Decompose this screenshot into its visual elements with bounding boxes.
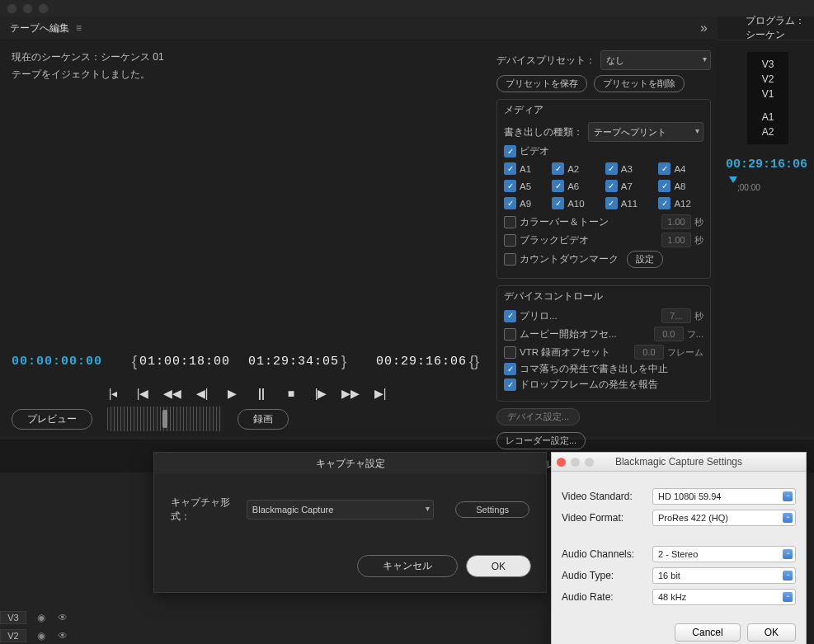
program-ruler[interactable]: ;00:00 xyxy=(726,176,806,196)
black-video-value[interactable]: 1.00 xyxy=(661,233,691,247)
program-track-a1[interactable]: A1 xyxy=(747,110,788,125)
capture-dialog-title: キャプチャ設定 xyxy=(154,453,546,472)
report-dropframes-label: ドロップフレームの発生を報告 xyxy=(520,378,658,391)
in-timecode[interactable]: 01:00:18:00 xyxy=(139,355,230,369)
report-dropframes-checkbox[interactable] xyxy=(504,378,516,391)
record-button[interactable]: 録画 xyxy=(238,409,289,430)
abort-dropframes-label: コマ落ちの発生で書き出しを中止 xyxy=(520,363,668,375)
program-track-v2[interactable]: V2 xyxy=(747,72,788,87)
fast-forward-icon[interactable]: ▶▶ xyxy=(343,387,358,400)
audio-a5-label: A5 xyxy=(520,181,531,191)
program-timecode[interactable]: 00:29:16:06 xyxy=(718,153,814,173)
duration-timecode[interactable]: 00:29:16:06 xyxy=(376,355,467,369)
blackmagic-body: Video Standard:HD 1080i 59.94Video Forma… xyxy=(552,472,806,472)
audio-a5-checkbox[interactable] xyxy=(504,180,516,192)
out-timecode[interactable]: 01:29:34:05 xyxy=(248,355,339,369)
step-back-icon[interactable]: ◀| xyxy=(195,387,209,400)
device-settings-button: デバイス設定... xyxy=(496,408,580,425)
eject-message: テープをイジェクトしました。 xyxy=(12,68,482,82)
device-preset-select[interactable]: なし xyxy=(600,50,711,70)
settings-column: デバイスプリセット： なし プリセットを保存 プリセットを削除 メディア 書き出… xyxy=(493,40,718,436)
edit-to-tape-panel: テープへ編集 ≡ » 現在のシーケンス：シーケンス 01 テープをイジェクトしま… xyxy=(0,16,718,436)
go-to-end-icon[interactable]: ▶| xyxy=(373,387,388,400)
audio-a10-label: A10 xyxy=(567,199,584,209)
preroll-value[interactable]: 7... xyxy=(661,308,691,323)
play-icon[interactable]: ▶ xyxy=(224,387,239,400)
bars-tone-checkbox[interactable] xyxy=(504,216,516,228)
pause-icon[interactable]: || xyxy=(254,387,269,400)
duration-bracket-icon: {} xyxy=(469,353,479,370)
panel-menu-icon[interactable]: ≡ xyxy=(76,22,82,34)
audio-a2-checkbox[interactable] xyxy=(552,162,564,175)
panel-title: テープへ編集 xyxy=(10,21,69,35)
jog-shuttle[interactable] xyxy=(107,407,223,431)
audio-a8-label: A8 xyxy=(674,181,685,191)
zoom-dot[interactable] xyxy=(38,3,49,14)
video-checkbox[interactable] xyxy=(504,145,516,157)
rewind-icon[interactable]: ◀◀ xyxy=(165,387,180,400)
audio-a4-checkbox[interactable] xyxy=(658,162,670,175)
assemble-type-select[interactable]: テープへプリント xyxy=(588,122,703,142)
capture-settings-dialog: キャプチャ設定 キャプチャ形式： Blackmagic Capture Sett… xyxy=(153,452,547,472)
audio-a9-label: A9 xyxy=(520,199,531,209)
abort-dropframes-checkbox[interactable] xyxy=(504,363,516,375)
monitor-area: 現在のシーケンス：シーケンス 01 テープをイジェクトしました。 00:00:0… xyxy=(0,40,493,436)
playhead-icon[interactable] xyxy=(729,176,737,183)
audio-a12-checkbox[interactable] xyxy=(658,197,670,209)
countdown-label: カウントダウンマーク xyxy=(520,253,619,266)
timecode-row: 00:00:00:00 { 01:00:18:00 01:29:34:05 } … xyxy=(0,353,493,370)
device-control-group: デバイスコントロール プリロ... 7... 秒 ムービー開始オフセ... 0.… xyxy=(496,285,711,402)
black-video-checkbox[interactable] xyxy=(504,234,516,247)
vtr-offset-value[interactable]: 0.0 xyxy=(634,345,664,360)
blackmagic-dialog: Blackmagic Capture Settings Video Standa… xyxy=(551,452,807,472)
black-video-label: ブラックビデオ xyxy=(520,234,589,247)
vtr-offset-checkbox[interactable] xyxy=(504,346,516,359)
ruler-start-label: ;00:00 xyxy=(737,183,760,192)
audio-a8-checkbox[interactable] xyxy=(658,180,670,192)
media-group: メディア 書き出しの種類： テープへプリント ビデオ A1A2A3A4A5A6A… xyxy=(496,99,711,279)
audio-a1-label: A1 xyxy=(520,164,531,174)
preroll-checkbox[interactable] xyxy=(504,310,516,322)
audio-a3-label: A3 xyxy=(621,164,633,174)
audio-a11-checkbox[interactable] xyxy=(605,197,618,209)
audio-a3-checkbox[interactable] xyxy=(605,162,618,175)
recorder-settings-button[interactable]: レコーダー設定... xyxy=(496,432,586,449)
close-dot[interactable] xyxy=(7,3,17,14)
audio-a9-checkbox[interactable] xyxy=(504,197,516,209)
minimize-dot[interactable] xyxy=(22,3,33,14)
expand-panels-icon[interactable]: » xyxy=(700,21,708,35)
movie-offset-checkbox[interactable] xyxy=(504,328,516,341)
step-forward-icon[interactable]: |▶ xyxy=(313,387,328,400)
movie-offset-value[interactable]: 0.0 xyxy=(654,327,684,341)
movie-offset-label: ムービー開始オフセ... xyxy=(520,328,617,341)
audio-a7-checkbox[interactable] xyxy=(605,180,618,192)
out-bracket-icon: } xyxy=(341,353,346,370)
media-group-label: メディア xyxy=(504,103,703,117)
stop-icon[interactable]: ■ xyxy=(284,387,299,400)
audio-a6-checkbox[interactable] xyxy=(552,180,564,192)
current-timecode[interactable]: 00:00:00:00 xyxy=(12,355,102,369)
bars-tone-value[interactable]: 1.00 xyxy=(661,214,691,229)
delete-preset-button[interactable]: プリセットを削除 xyxy=(594,75,685,92)
preview-button[interactable]: プレビュー xyxy=(12,409,92,430)
countdown-settings-button[interactable]: 設定 xyxy=(627,251,663,268)
audio-a10-checkbox[interactable] xyxy=(552,197,564,209)
countdown-checkbox[interactable] xyxy=(504,253,516,266)
transport-controls: |◂ |◀ ◀◀ ◀| ▶ || ■ |▶ ▶▶ ▶| xyxy=(0,387,493,400)
sec-unit-2: 秒 xyxy=(694,234,703,247)
go-to-start-icon[interactable]: |◀ xyxy=(135,387,150,400)
vtr-offset-label: VTR 録画オフセット xyxy=(520,346,610,359)
program-panel-title: プログラム：シーケン xyxy=(746,14,814,42)
program-track-v3[interactable]: V3 xyxy=(747,57,788,72)
go-to-in-icon[interactable]: |◂ xyxy=(106,387,120,400)
audio-a1-checkbox[interactable] xyxy=(504,162,516,175)
audio-track-grid: A1A2A3A4A5A6A7A8A9A10A11A12 xyxy=(504,162,703,209)
audio-a12-label: A12 xyxy=(674,199,690,209)
program-track-a2[interactable]: A2 xyxy=(747,125,788,139)
audio-a7-label: A7 xyxy=(621,181,633,191)
program-track-v1[interactable]: V1 xyxy=(747,87,788,101)
program-track-list: V3V2V1A1A2 xyxy=(747,52,788,144)
save-preset-button[interactable]: プリセットを保存 xyxy=(496,75,587,92)
current-sequence-label: 現在のシーケンス：シーケンス 01 xyxy=(12,50,482,64)
device-preset-label: デバイスプリセット： xyxy=(496,54,595,68)
